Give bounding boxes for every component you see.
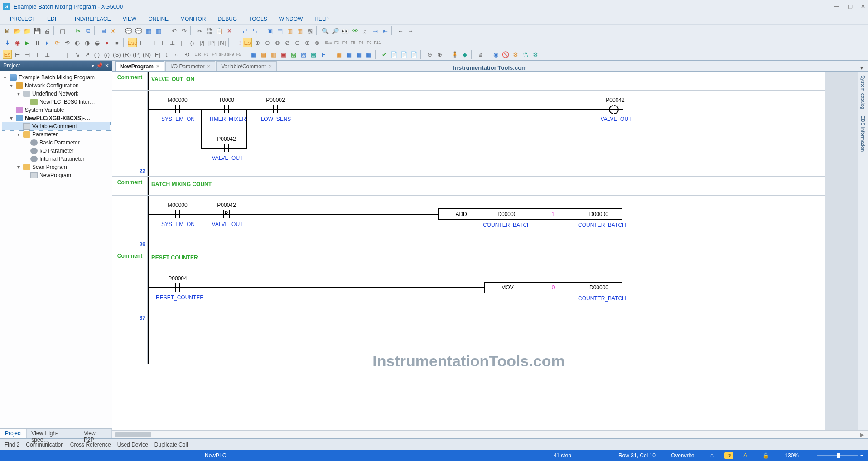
ld-icon[interactable]: ⊖ [263, 38, 272, 47]
grid-icon[interactable]: ▦ [144, 26, 153, 35]
menu-edit[interactable]: EDIT [43, 15, 64, 23]
menu-online[interactable]: ONLINE [144, 15, 173, 23]
esc-btn[interactable]: Esc [128, 38, 137, 47]
t7-icon[interactable]: ↘ [72, 50, 82, 59]
b4-icon[interactable]: ▦ [295, 26, 304, 35]
l5-icon[interactable]: [] [178, 38, 187, 47]
l2-icon[interactable]: ⊣ [148, 38, 157, 47]
z1-icon[interactable]: ◉ [491, 50, 500, 59]
y1-icon[interactable]: ◆ [460, 50, 469, 59]
redo-icon[interactable]: ↷ [179, 26, 188, 35]
v2-icon[interactable]: ▤ [259, 50, 268, 59]
bottom-tab-comm[interactable]: Communication [26, 442, 63, 448]
save-icon[interactable]: 💾 [33, 26, 42, 35]
grid2-icon[interactable]: ▥ [154, 26, 163, 35]
tree-undef-net[interactable]: Undefined Network [32, 91, 78, 97]
t1-icon[interactable]: ⊢ [13, 50, 22, 59]
c3-icon[interactable]: ◐ [72, 38, 82, 47]
tg-icon[interactable]: ↕ [162, 50, 171, 59]
ptab-p2p[interactable]: View P2P [79, 429, 112, 438]
tree-internal-param[interactable]: Internal Parameter [39, 156, 84, 162]
panel-pin-icon[interactable]: 📌 [96, 62, 103, 69]
contact[interactable] [173, 105, 182, 113]
horizontal-scrollbar[interactable]: ▶ [112, 430, 868, 438]
side-tab-eds[interactable]: EDS information [860, 115, 866, 152]
l8-icon[interactable]: [P] [207, 38, 217, 47]
t8-icon[interactable]: ↗ [82, 50, 92, 59]
tree-sysvar[interactable]: System Variable [25, 107, 64, 113]
ptab-project[interactable]: Project [0, 429, 27, 438]
tab-overflow-icon[interactable]: ▾ [858, 65, 866, 71]
undo-icon[interactable]: ↶ [169, 26, 178, 35]
tab-newprogram[interactable]: NewProgram× [115, 61, 164, 71]
te-icon[interactable]: (N) [142, 50, 151, 59]
tb-icon[interactable]: (S) [112, 50, 121, 59]
c-icon[interactable]: ⟳ [53, 38, 62, 47]
maximize-button[interactable]: ▢ [848, 3, 853, 10]
close-button[interactable]: ✕ [861, 3, 865, 10]
contact[interactable] [271, 105, 280, 113]
lb-icon[interactable]: Es [243, 38, 252, 47]
man-icon[interactable]: 🧍 [450, 50, 459, 59]
minimize-button[interactable]: — [834, 3, 839, 10]
tree-new-prog[interactable]: NewProgram [39, 172, 71, 178]
w2-icon[interactable]: ▦ [344, 50, 353, 59]
tc-icon[interactable]: (R) [122, 50, 131, 59]
bottom-tab-find[interactable]: Find 2 [5, 442, 19, 448]
t6-icon[interactable]: | [63, 50, 72, 59]
w4-icon[interactable]: ▦ [364, 50, 373, 59]
cont-icon[interactable]: ⏵ [43, 38, 52, 47]
l7-icon[interactable]: [/] [198, 38, 207, 47]
z2-icon[interactable]: 🚫 [501, 50, 510, 59]
ti-icon[interactable]: ⟲ [182, 50, 191, 59]
l1-icon[interactable]: ⊢ [138, 38, 147, 47]
cut-icon[interactable]: ✂ [73, 26, 82, 35]
lf-icon[interactable]: ⊘ [283, 38, 292, 47]
box-icon[interactable]: ▢ [58, 26, 67, 35]
td-icon[interactable]: (P) [132, 50, 141, 59]
project-tree[interactable]: ▾Example Batch Mixing Program ▾Network C… [0, 71, 112, 428]
w1-icon[interactable]: ▦ [334, 50, 343, 59]
l4-icon[interactable]: ⊥ [168, 38, 177, 47]
chat-icon[interactable]: 💬 [124, 26, 133, 35]
tree-scan-prog[interactable]: Scan Program [32, 164, 67, 170]
paste-icon[interactable]: 📋 [215, 26, 224, 35]
rung-logic-37[interactable]: 37 P00004 RESET_COUNTER MOV 0 D00000 COU… [112, 269, 825, 323]
li-icon[interactable]: ⊛ [313, 38, 322, 47]
contact-pulse[interactable]: P [222, 210, 231, 218]
contact[interactable] [222, 144, 231, 152]
run-icon[interactable]: ▶ [23, 38, 32, 47]
v8-icon[interactable]: F [319, 50, 328, 59]
link-icon[interactable]: ⇄ [240, 26, 249, 35]
z5-icon[interactable]: ⚙ [531, 50, 540, 59]
l9-icon[interactable]: [N] [217, 38, 227, 47]
tf-icon[interactable]: [F] [152, 50, 161, 59]
menu-view[interactable]: VIEW [118, 15, 141, 23]
scrollbar-thumb[interactable] [115, 432, 151, 437]
v3-icon[interactable]: ▥ [269, 50, 278, 59]
bino5-icon[interactable]: ⌕ [361, 26, 370, 35]
b5-icon[interactable]: ▧ [305, 26, 314, 35]
c5-icon[interactable]: ◒ [92, 38, 101, 47]
tree-plc[interactable]: NewPLC(XGB-XBCXS)-… [25, 115, 90, 121]
tab-ioparameter[interactable]: I/O Parameter× [165, 61, 215, 71]
tree-plc-link[interactable]: NewPLC [B0S0 Inter… [39, 99, 95, 105]
menu-help[interactable]: HELP [310, 15, 333, 23]
z4-icon[interactable]: ⚗ [521, 50, 530, 59]
link2-icon[interactable]: ⇆ [250, 26, 259, 35]
bino1-icon[interactable]: 🔍 [321, 26, 330, 35]
esc2-btn[interactable]: Es [3, 50, 12, 59]
function-add[interactable]: ADD D00000 1 D00000 [438, 208, 622, 220]
scroll-right-icon[interactable]: ▶ [860, 432, 864, 438]
nav-prev-icon[interactable]: ← [396, 26, 405, 35]
lh-icon[interactable]: ⊚ [303, 38, 312, 47]
close-icon[interactable]: × [269, 63, 272, 70]
b2-icon[interactable]: ▤ [275, 26, 285, 35]
pause-icon[interactable]: ⏸ [33, 38, 42, 47]
coil[interactable] [609, 105, 619, 113]
bino3-icon[interactable]: 👀 [341, 26, 350, 35]
v7-icon[interactable]: ▩ [309, 50, 318, 59]
b1-icon[interactable]: ▣ [265, 26, 275, 35]
t5-icon[interactable]: — [53, 50, 62, 59]
lc-icon[interactable]: ⊕ [253, 38, 262, 47]
